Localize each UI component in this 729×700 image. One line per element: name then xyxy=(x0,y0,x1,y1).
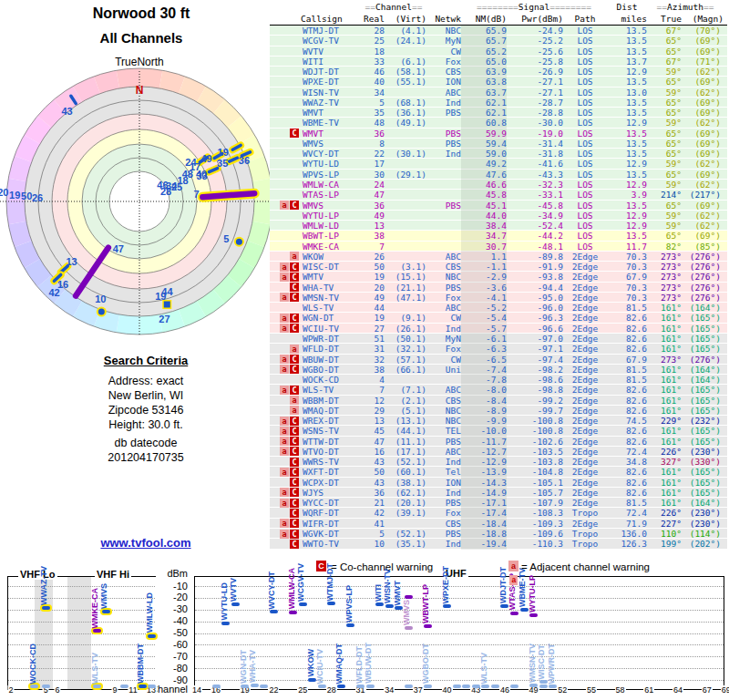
warning-badges: a xyxy=(270,252,301,262)
channel-tick: 55 xyxy=(586,685,597,695)
callsign-cell: WYTU-LD xyxy=(301,159,361,169)
radar-channel-label: 49 xyxy=(200,153,211,164)
station-marker xyxy=(93,685,101,688)
table-row: WVCY-DT22(30.1)Ind59.0-31.8LOS13.565°(69… xyxy=(270,149,727,159)
warning-badges: aC xyxy=(270,355,301,365)
vhf-gray-band xyxy=(67,577,91,689)
station-marker xyxy=(148,634,156,638)
radar-channel-label: 10 xyxy=(95,293,106,304)
radar-channel-label: 50 xyxy=(21,190,32,201)
station-marker xyxy=(270,610,278,613)
channel-tick: 61 xyxy=(643,685,654,695)
co-channel-legend-text: = Co-channel warning xyxy=(331,561,433,573)
station-label: WDJT-DT xyxy=(498,567,508,603)
table-body: WTMJ-DT28(4.1)NBC65.9-24.9LOS13.567°(70°… xyxy=(270,26,727,550)
co-channel-badge: C xyxy=(290,129,299,138)
adjacent-channel-badge: a xyxy=(280,273,289,282)
callsign-cell: WKOW xyxy=(301,252,361,262)
channel-tick: 49 xyxy=(529,685,539,695)
channel-tick: 37 xyxy=(413,685,424,695)
callsign-cell: WBME-TV xyxy=(301,118,361,128)
station-label: WMVT xyxy=(393,581,403,606)
radar-channel-label: 42 xyxy=(48,287,59,298)
station-label: WYTU-LP xyxy=(528,575,538,612)
warning-badges xyxy=(270,190,301,200)
station-marker xyxy=(539,685,548,688)
table-column-headers: Callsign Real (Virt) Netwk NM(dB) Pwr(dB… xyxy=(270,14,727,26)
db-datecode: db datecode 201204170735 xyxy=(50,436,241,465)
station-marker xyxy=(139,685,147,688)
radar-channel-label: 13 xyxy=(66,256,77,267)
co-channel-badge: C xyxy=(290,417,299,426)
table-row: aCWMTV19(15.1)NBC-2.9-93.82Edge67.9273°(… xyxy=(270,272,727,282)
station-marker xyxy=(337,685,345,688)
channel-tick: 46 xyxy=(499,685,510,695)
warning-badges xyxy=(270,108,301,118)
station-marker xyxy=(443,604,451,608)
callsign-cell: WLS-TV xyxy=(301,303,361,313)
table-row: CWQRF-DT42(39.1)Fox-17.4-108.3Tropo72.42… xyxy=(270,508,727,518)
warning-badges: aC xyxy=(270,385,301,395)
co-channel-badge: C xyxy=(290,293,299,302)
radar-channel-label: 26 xyxy=(32,192,43,203)
table-row: WDJT-DT46(58.1)CBS63.9-26.9LOS12.959°(62… xyxy=(270,67,727,77)
station-marker xyxy=(93,629,101,633)
tvfool-link[interactable]: www.tvfool.com xyxy=(50,536,241,550)
station-label: WLS-TV xyxy=(90,653,100,685)
callsign-cell: WWRS-TV xyxy=(301,457,361,467)
co-channel-badge: C xyxy=(290,447,299,456)
vhf-panel xyxy=(7,576,156,690)
table-row: CWHA-TV20(21.1)PBS-3.6-94.42Edge70.3273°… xyxy=(270,283,727,293)
station-label: WGBO-DT xyxy=(421,643,431,684)
channel-tick: 40 xyxy=(442,685,453,695)
channel-tick: 28 xyxy=(326,685,337,695)
station-label: WVCY-DT xyxy=(267,571,277,610)
adjacent-channel-badge: a xyxy=(509,575,518,585)
station-marker xyxy=(424,685,432,688)
dbm-tick-label: -80 xyxy=(137,664,188,674)
dbm-tick-label: -10 xyxy=(137,582,188,592)
station-label: WLS-TV xyxy=(479,653,489,685)
co-channel-badge: C xyxy=(290,201,299,210)
station-marker xyxy=(30,685,38,688)
channel-tick: 9 xyxy=(111,685,118,695)
channel-axis-label: Channel xyxy=(128,685,188,695)
station-marker xyxy=(231,602,240,606)
co-channel-badge: C xyxy=(290,262,299,272)
gridline xyxy=(8,668,155,669)
gridline xyxy=(195,668,724,669)
channel-tick: 14 xyxy=(191,685,202,695)
table-row: WPWR-DT51(50.1)MyN-6.1-97.02Edge82.6161°… xyxy=(270,334,727,344)
channel-tick: 22 xyxy=(268,685,279,695)
station-marker xyxy=(549,685,557,688)
station-marker xyxy=(327,602,335,605)
station-label: WCIU-TV xyxy=(315,649,325,685)
callsign-cell: WBUW-DT xyxy=(301,355,361,365)
svg-text:TrueNorth: TrueNorth xyxy=(115,56,164,68)
radar-channel-label: 20 xyxy=(0,187,8,198)
table-row: aCWREX-DT13(13.1)NBC-9.9-100.82Edge74.52… xyxy=(270,416,727,426)
warning-badges: aC xyxy=(270,488,301,498)
db-datecode-label: db datecode xyxy=(50,436,241,450)
station-marker xyxy=(356,685,364,688)
callsign-cell: WPWR-DT xyxy=(301,334,361,344)
callsign-cell: WCIU-TV xyxy=(301,324,361,334)
station-marker xyxy=(405,626,413,630)
warning-badges: C xyxy=(270,508,301,518)
callsign-cell: WMKE-CA xyxy=(301,242,361,252)
dbm-tick-label: -50 xyxy=(137,628,188,638)
station-label: WCGV-TV xyxy=(296,563,306,602)
dbm-axis-label: dBm xyxy=(137,569,188,579)
table-row: WITI33(6.1)Fox65.0-25.8LOS13.767°(71°) xyxy=(270,57,727,67)
warning-badges: aC xyxy=(270,201,301,211)
table-row: WLS-TV44ABC-5.2-96.02Edge81.5161°(164°) xyxy=(270,303,727,313)
table-row: WYTU-LP4944.0-34.9LOS12.959°(62°) xyxy=(270,211,727,221)
station-label: WPVS-LP xyxy=(344,585,354,623)
callsign-cell: WWTO-TV xyxy=(301,539,361,549)
table-row: WPVS-LP30(29.1)47.6-43.3LOS13.565°(69°) xyxy=(270,170,727,180)
adjacent-channel-badge: a xyxy=(280,447,289,456)
dist-group-header: Dist xyxy=(607,2,647,14)
adjacent-channel-badge: a xyxy=(280,314,289,323)
station-marker xyxy=(366,685,375,688)
warning-badges: aC xyxy=(270,272,301,282)
